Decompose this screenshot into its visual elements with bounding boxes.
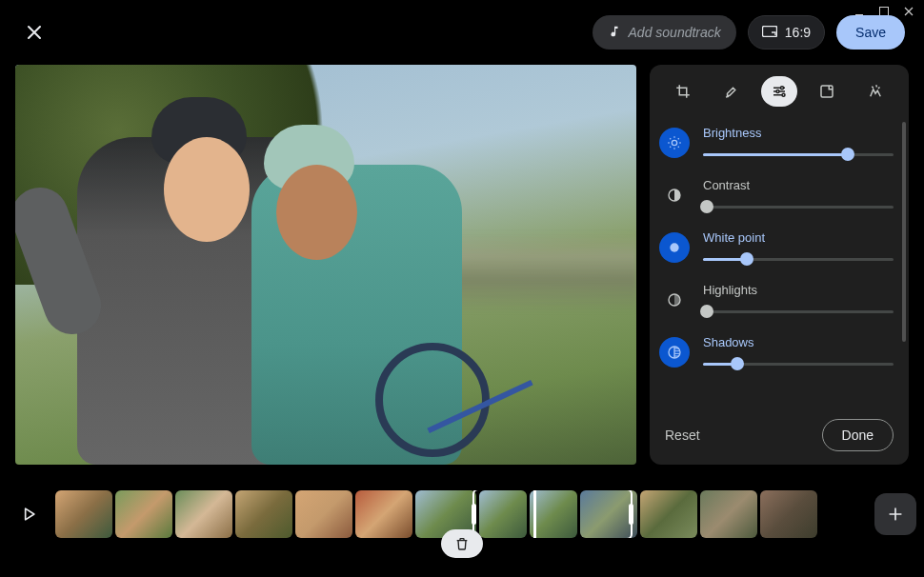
delete-clip-button[interactable] — [441, 529, 483, 558]
playhead[interactable] — [533, 490, 536, 538]
svg-point-2 — [776, 90, 779, 93]
white_point-slider[interactable] — [703, 252, 894, 266]
timeline — [0, 476, 924, 552]
highlights-slider[interactable] — [703, 305, 894, 318]
timeline-clip[interactable] — [295, 490, 352, 538]
tab-markup[interactable] — [857, 76, 894, 107]
tab-filters[interactable] — [809, 76, 845, 107]
timeline-clip[interactable] — [55, 490, 112, 538]
white_point-icon[interactable] — [659, 232, 690, 263]
music-note-icon — [608, 25, 621, 41]
editor-topbar: Add soundtrack 16:9 Save — [0, 0, 924, 65]
timeline-clip[interactable] — [700, 490, 757, 538]
panel-tab-row — [650, 74, 909, 116]
svg-point-1 — [780, 87, 783, 90]
aspect-ratio-label: 16:9 — [785, 25, 811, 40]
timeline-clip[interactable] — [235, 490, 292, 538]
contrast-slider[interactable] — [703, 200, 894, 213]
done-button[interactable]: Done — [822, 419, 894, 451]
tab-tools[interactable] — [713, 76, 750, 107]
timeline-clip[interactable] — [175, 490, 232, 538]
svg-rect-4 — [821, 86, 833, 97]
shadows-label: Shadows — [703, 335, 894, 349]
contrast-label: Contrast — [703, 178, 894, 192]
panel-scrollbar[interactable] — [902, 122, 906, 404]
add-soundtrack-label: Add soundtrack — [629, 25, 721, 40]
brightness-icon[interactable] — [659, 128, 690, 158]
timeline-clip[interactable] — [115, 490, 172, 538]
timeline-clip[interactable] — [640, 490, 697, 538]
adjust-white_point: White point — [659, 221, 894, 273]
adjust-brightness: Brightness — [659, 116, 894, 169]
timeline-clip[interactable] — [760, 490, 817, 538]
adjust-highlights: Highlights — [659, 273, 894, 326]
highlights-label: Highlights — [703, 283, 894, 297]
shadows-slider[interactable] — [703, 357, 894, 370]
highlights-icon[interactable] — [659, 285, 690, 315]
adjust-shadows: Shadows — [659, 326, 894, 378]
adjustments-list: BrightnessContrastWhite pointHighlightsS… — [650, 116, 909, 409]
contrast-icon[interactable] — [659, 180, 690, 210]
timeline-clip[interactable] — [530, 490, 577, 538]
tab-adjust[interactable] — [761, 76, 797, 107]
close-editor-button[interactable] — [19, 17, 50, 48]
adjustments-panel: BrightnessContrastWhite pointHighlightsS… — [650, 65, 909, 465]
brightness-slider[interactable] — [703, 148, 894, 161]
add-clip-button[interactable] — [874, 493, 916, 535]
shadows-icon[interactable] — [659, 337, 690, 368]
adjust-contrast: Contrast — [659, 169, 894, 221]
tab-crop[interactable] — [665, 76, 701, 107]
svg-point-3 — [782, 93, 785, 96]
save-button[interactable]: Save — [836, 15, 905, 50]
aspect-ratio-button[interactable]: 16:9 — [748, 15, 825, 50]
play-button[interactable] — [8, 493, 50, 535]
aspect-ratio-icon — [762, 25, 777, 40]
reset-button[interactable]: Reset — [665, 428, 700, 443]
svg-point-7 — [670, 243, 678, 251]
white_point-label: White point — [703, 230, 894, 245]
brightness-label: Brightness — [703, 126, 894, 140]
svg-rect-0 — [762, 27, 776, 37]
preview-canvas[interactable] — [15, 65, 636, 465]
timeline-clip[interactable] — [479, 490, 527, 538]
timeline-clip[interactable] — [580, 490, 637, 538]
svg-point-5 — [672, 140, 676, 145]
save-label: Save — [855, 25, 886, 40]
add-soundtrack-button[interactable]: Add soundtrack — [593, 15, 736, 50]
timeline-clip[interactable] — [355, 490, 412, 538]
